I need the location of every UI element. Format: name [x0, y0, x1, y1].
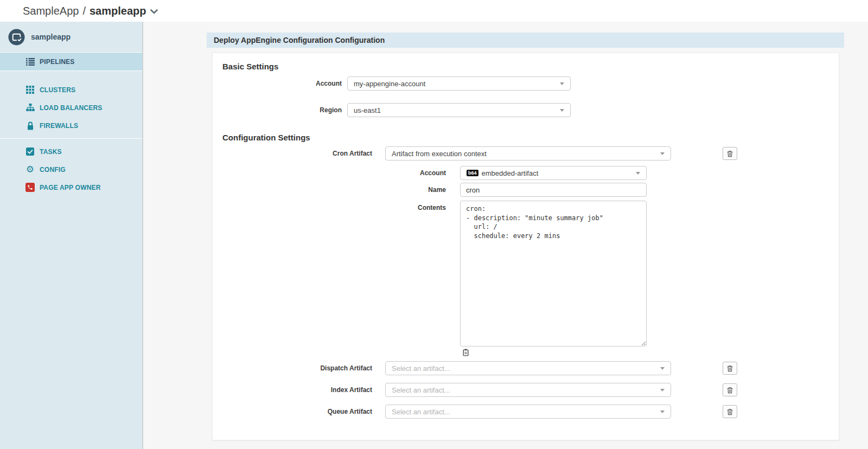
sidebar-item-page-app-owner[interactable]: PAGE APP OWNER — [0, 178, 142, 196]
application-switcher[interactable]: SampleApp / sampleapp — [23, 5, 158, 17]
dispatch-artifact-delete-button[interactable] — [723, 362, 737, 375]
dispatch-artifact-label: Dispatch Artifact — [213, 361, 385, 375]
breadcrumb-app: SampleApp — [23, 5, 79, 17]
region-select[interactable]: us-east1 — [347, 103, 571, 117]
trash-icon — [726, 387, 733, 394]
embedded-account-select[interactable]: b64 embedded-artifact — [460, 166, 647, 180]
sidebar-item-tasks[interactable]: TASKS — [0, 143, 142, 161]
sidebar-item-label: PAGE APP OWNER — [40, 184, 101, 191]
dispatch-artifact-row: Dispatch Artifact Select an artifact... — [213, 361, 737, 375]
application-logo-icon — [8, 29, 25, 46]
index-artifact-label: Index Artifact — [213, 383, 385, 397]
sidebar-item-label: LOAD BALANCERS — [40, 104, 102, 112]
stage-title-bar: Deploy AppEngine Configuration Configura… — [207, 33, 844, 48]
list-icon — [25, 57, 35, 66]
sidebar-app-name: sampleapp — [31, 33, 71, 41]
sidebar-item-pipelines[interactable]: PIPELINES — [0, 53, 142, 71]
sidebar-app-header[interactable]: sampleapp — [0, 22, 142, 53]
chevron-down-icon — [660, 410, 665, 413]
sidebar-item-label: CONFIG — [40, 166, 66, 174]
artifact-contents-row: Contents cron: - description: "minute su… — [213, 201, 647, 347]
configuration-settings-heading: Configuration Settings — [222, 133, 310, 142]
cron-artifact-label: Cron Artifact — [213, 146, 385, 161]
sidebar-item-firewalls[interactable]: FIREWALLS — [0, 117, 142, 134]
grid-icon — [25, 85, 35, 94]
region-row: Region us-east1 — [213, 103, 571, 117]
account-row: Account my-appengine-account — [213, 76, 571, 91]
sitemap-icon — [25, 103, 35, 112]
trash-icon — [726, 365, 733, 372]
embedded-artifact-account-row: Account b64 embedded-artifact — [213, 166, 647, 180]
artifact-name-input[interactable] — [460, 183, 647, 197]
trash-icon — [726, 408, 733, 415]
stage-title: Deploy AppEngine Configuration Configura… — [214, 36, 385, 44]
index-artifact-row: Index Artifact Select an artifact... — [213, 383, 737, 397]
chevron-down-icon — [560, 109, 564, 112]
clipboard-icon — [462, 349, 469, 356]
breadcrumb-separator: / — [82, 5, 86, 17]
dispatch-artifact-select[interactable]: Select an artifact... — [385, 361, 671, 375]
queue-artifact-label: Queue Artifact — [213, 405, 385, 419]
top-navbar: SampleApp / sampleapp — [0, 0, 868, 22]
main-content: Deploy AppEngine Configuration Configura… — [143, 22, 868, 449]
queue-artifact-select[interactable]: Select an artifact... — [385, 405, 671, 419]
index-artifact-select[interactable]: Select an artifact... — [385, 383, 671, 397]
copy-to-clipboard-button[interactable] — [462, 349, 469, 356]
check-square-icon — [25, 147, 35, 156]
sidebar-item-label: PIPELINES — [40, 58, 74, 66]
stage-config-card: Basic Settings Account my-appengine-acco… — [212, 53, 839, 440]
chevron-down-icon — [560, 82, 564, 85]
sidebar-item-label: TASKS — [40, 148, 62, 156]
sidebar-item-label: FIREWALLS — [40, 122, 78, 130]
sidebar-item-config[interactable]: ⚙ CONFIG — [0, 161, 142, 178]
queue-artifact-row: Queue Artifact Select an artifact... — [213, 405, 737, 419]
trash-icon — [726, 150, 733, 157]
cron-artifact-select[interactable]: Artifact from execution context — [385, 146, 671, 161]
phone-icon — [25, 183, 35, 192]
basic-settings-heading: Basic Settings — [222, 62, 278, 71]
artifact-contents-textarea[interactable]: cron: - description: "minute summary job… — [460, 201, 647, 347]
base64-badge: b64 — [467, 170, 478, 176]
artifact-name-row: Name — [213, 183, 647, 197]
breadcrumb-current-app: sampleapp — [90, 5, 146, 17]
index-artifact-delete-button[interactable] — [723, 383, 737, 396]
chevron-down-icon — [150, 9, 158, 14]
lock-icon — [25, 121, 35, 130]
chevron-down-icon — [660, 152, 665, 155]
artifact-contents-label: Contents — [213, 201, 460, 215]
cron-artifact-row: Cron Artifact Artifact from execution co… — [213, 146, 737, 161]
chevron-down-icon — [636, 172, 640, 175]
account-select[interactable]: my-appengine-account — [347, 76, 571, 91]
sidebar-item-clusters[interactable]: CLUSTERS — [0, 81, 142, 99]
artifact-name-label: Name — [213, 183, 460, 197]
queue-artifact-delete-button[interactable] — [723, 405, 737, 418]
region-label: Region — [213, 103, 347, 117]
sidebar-spacer — [0, 71, 142, 81]
embedded-account-label: Account — [213, 166, 460, 180]
account-label: Account — [213, 76, 347, 91]
sidebar-divider — [0, 138, 142, 139]
sidebar-item-label: CLUSTERS — [40, 86, 75, 94]
chevron-down-icon — [660, 367, 665, 370]
chevron-down-icon — [660, 389, 665, 392]
gear-icon: ⚙ — [25, 165, 35, 174]
sidebar-item-load-balancers[interactable]: LOAD BALANCERS — [0, 99, 142, 117]
sidebar: sampleapp PIPELINES — [0, 22, 143, 449]
cron-artifact-delete-button[interactable] — [723, 147, 737, 160]
